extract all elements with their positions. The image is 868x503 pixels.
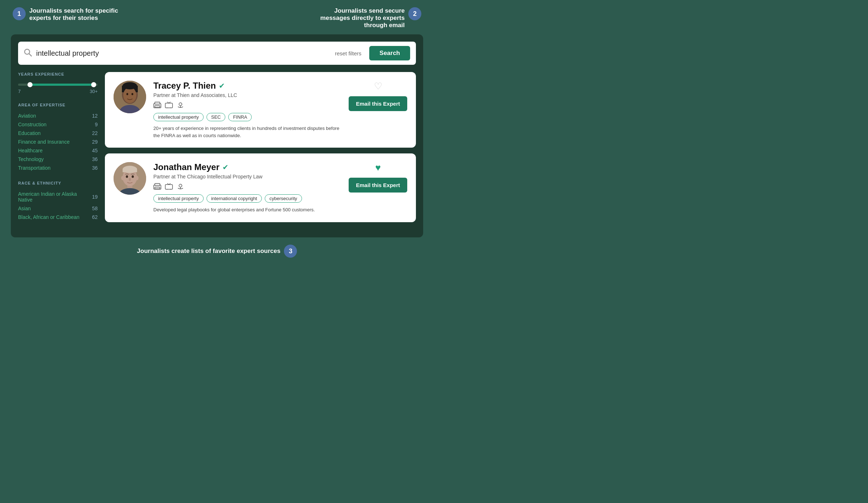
card-actions-jonathan: ♥ Email this Expert [349,162,407,193]
expert-bio-jonathan: Developed legal playbooks for global ent… [153,206,341,214]
expert-card-jonathan: Jonathan Meyer ✔ Partner at The Chicago … [105,153,416,222]
slider-max-label: 30+ [90,89,98,94]
search-icon [24,48,32,58]
filter-item-native[interactable]: American Indian or Alaska Native 19 [18,190,98,204]
step2-annotation: Journalists send secure messages directl… [303,7,421,29]
svg-point-29 [126,176,128,178]
filter-item-transportation[interactable]: Transportation 36 [18,164,98,172]
svg-line-1 [29,54,32,56]
tag-ip-jonathan: intellectual property [153,194,204,203]
slider-thumb-right[interactable] [91,82,96,87]
filter-item-aviation[interactable]: Aviation 12 [18,111,98,120]
expert-info-tracey: Tracey P. Thien ✔ Partner at Thien and A… [153,81,341,139]
podcast-icon-jonathan [176,183,184,191]
filter-label-finance: Finance and Insurance [18,139,69,145]
podcast-icon-tracey [176,102,184,110]
reset-filters-button[interactable]: reset filters [335,50,361,56]
step3-text: Journalists create lists of favorite exp… [137,248,281,255]
svg-point-19 [179,103,182,106]
tv-icon-jonathan [165,183,173,191]
main-panel: reset filters Search YEARS EXPERIENCE 7 [11,34,423,237]
step1-badge: 1 [13,7,26,20]
filter-count-native: 19 [92,194,98,200]
content-area: YEARS EXPERIENCE 7 30+ AREA OF EXPERTISE [18,72,416,230]
expert-name-row-jonathan: Jonathan Meyer ✔ [153,162,341,172]
svg-rect-35 [165,185,173,189]
filter-label-aviation: Aviation [18,113,36,119]
svg-rect-33 [155,183,160,186]
tag-cybersecurity-jonathan: cybersecurity [265,194,302,203]
svg-point-25 [121,176,124,180]
tag-intlcopyright-jonathan: international copyright [207,194,262,203]
svg-rect-28 [123,169,137,172]
sidebar: YEARS EXPERIENCE 7 30+ AREA OF EXPERTISE [18,72,98,230]
svg-rect-34 [155,187,160,189]
media-icons-tracey [153,102,341,110]
search-button[interactable]: Search [369,46,410,60]
svg-point-9 [132,93,133,95]
filter-item-finance[interactable]: Finance and Insurance 29 [18,138,98,146]
filter-item-black[interactable]: Black, African or Caribbean 62 [18,213,98,221]
filter-item-education[interactable]: Education 22 [18,129,98,138]
filter-label-construction: Construction [18,122,47,127]
experts-list: Tracey P. Thien ✔ Partner at Thien and A… [105,72,416,230]
filter-item-construction[interactable]: Construction 9 [18,120,98,129]
filter-item-technology[interactable]: Technology 36 [18,155,98,164]
experience-slider[interactable] [18,84,98,86]
step3-badge: 3 [284,245,297,258]
svg-point-10 [123,82,137,89]
favorite-button-tracey[interactable]: ♡ [374,81,382,92]
email-expert-button-tracey[interactable]: Email this Expert [349,96,407,111]
svg-rect-13 [155,106,160,107]
expert-info-jonathan: Jonathan Meyer ✔ Partner at The Chicago … [153,162,341,214]
area-expertise-title: AREA OF EXPERTISE [18,103,98,107]
slider-labels: 7 30+ [18,89,98,94]
years-experience-title: YEARS EXPERIENCE [18,72,98,76]
filter-item-asian[interactable]: Asian 58 [18,204,98,213]
avatar-tracey [114,81,146,113]
search-input[interactable] [36,49,331,58]
search-bar: reset filters Search [18,42,416,65]
print-icon-tracey [153,102,161,110]
filter-item-healthcare[interactable]: Healthcare 45 [18,146,98,155]
svg-point-30 [132,176,134,178]
expert-name-tracey: Tracey P. Thien [153,81,216,91]
tags-jonathan: intellectual property international copy… [153,194,341,203]
filter-count-aviation: 12 [92,113,98,119]
email-expert-button-jonathan[interactable]: Email this Expert [349,178,407,193]
race-ethnicity-list: American Indian or Alaska Native 19 Asia… [18,190,98,221]
svg-rect-12 [155,102,160,104]
favorite-button-jonathan[interactable]: ♥ [375,162,380,173]
slider-thumb-left[interactable] [27,82,33,87]
svg-point-40 [179,184,182,187]
tags-tracey: intellectual property SEC FINRA [153,113,341,121]
media-icons-jonathan [153,183,341,191]
filter-label-technology: Technology [18,156,44,162]
filter-label-black: Black, African or Caribbean [18,214,80,220]
step1-annotation: 1 Journalists search for specific expert… [13,7,131,22]
race-ethnicity-filter: RACE & ETHNICITY American Indian or Alas… [18,181,98,221]
verified-badge-jonathan: ✔ [222,163,229,172]
filter-label-asian: Asian [18,206,31,211]
card-actions-tracey: ♡ Email this Expert [349,81,407,111]
svg-point-8 [127,93,128,95]
area-expertise-filter: AREA OF EXPERTISE Aviation 12 Constructi… [18,103,98,172]
step1-text: Journalists search for specific experts … [29,7,131,22]
expert-bio-tracey: 20+ years of experience in representing … [153,125,341,139]
tag-sec-tracey: SEC [207,113,226,121]
step3-annotation: Journalists create lists of favorite exp… [11,245,423,258]
svg-rect-14 [165,103,173,108]
print-icon-jonathan [153,183,161,191]
expert-title-jonathan: Partner at The Chicago Intellectual Prop… [153,174,341,179]
filter-count-education: 22 [92,130,98,136]
expert-name-row-tracey: Tracey P. Thien ✔ [153,81,341,91]
step2-text: Journalists send secure messages directl… [303,7,405,29]
filter-count-transportation: 36 [92,165,98,171]
expert-card-tracey: Tracey P. Thien ✔ Partner at Thien and A… [105,72,416,148]
filter-count-finance: 29 [92,139,98,145]
filter-label-transportation: Transportation [18,165,51,171]
years-experience-filter: YEARS EXPERIENCE 7 30+ [18,72,98,94]
filter-count-healthcare: 45 [92,148,98,153]
avatar-jonathan [114,162,146,195]
svg-point-26 [136,176,139,180]
